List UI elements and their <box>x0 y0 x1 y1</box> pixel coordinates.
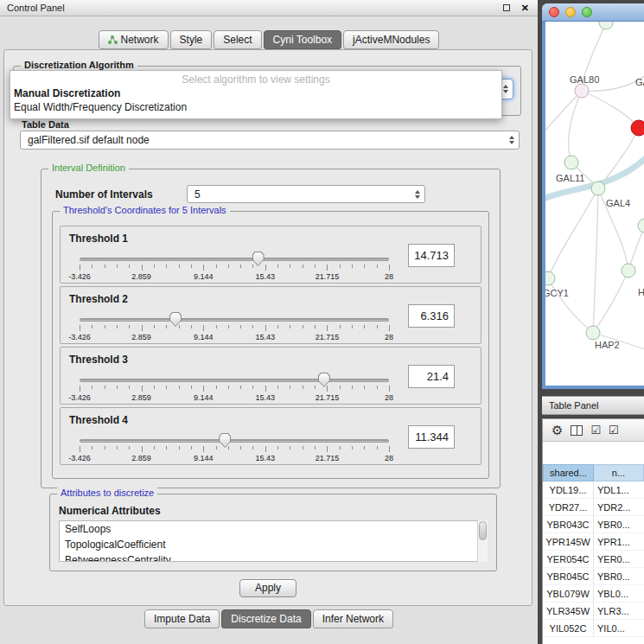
table-cell[interactable]: YLR345W <box>543 603 594 620</box>
gear-icon[interactable]: ⚙ <box>552 424 563 437</box>
table-cell[interactable]: YIL052C <box>543 620 594 637</box>
chevron-up-icon <box>509 136 514 139</box>
table-data-label: Table Data <box>22 119 69 130</box>
table-row[interactable]: YPR145WYPR1... <box>543 533 644 551</box>
table-cell[interactable]: YIL0... <box>594 620 644 637</box>
network-node[interactable] <box>638 219 644 233</box>
table-cell[interactable]: YER0... <box>594 551 644 568</box>
table-cell[interactable]: YDR2... <box>594 499 644 516</box>
table-panel-titlebar[interactable]: Table Panel <box>542 396 644 415</box>
select-none-icon[interactable]: ☑ <box>609 424 619 436</box>
close-button[interactable] <box>549 7 559 17</box>
apply-button[interactable]: Apply <box>239 579 296 597</box>
algorithm-legend: Discretization Algorithm <box>21 60 137 70</box>
table-cell[interactable]: YDR27... <box>543 499 594 516</box>
threshold-slider[interactable]: -3.4262.8599.14415.4321.71528 <box>80 251 389 284</box>
scale-tick-label: 28 <box>385 454 393 462</box>
column-header-shared-name[interactable]: shared... <box>543 464 594 481</box>
threshold-slider[interactable]: -3.4262.8599.14415.4321.71528 <box>80 311 389 344</box>
slider-track[interactable] <box>80 439 389 443</box>
threshold-slider[interactable]: -3.4262.8599.14415.4321.71528 <box>80 372 389 405</box>
tick-mark <box>92 325 92 328</box>
tab-infer-network[interactable]: Infer Network <box>313 609 393 628</box>
scrollbar[interactable] <box>477 520 488 562</box>
slider-ticks <box>80 265 389 271</box>
slider-ticks <box>80 325 389 332</box>
chevron-up-icon <box>503 85 508 88</box>
table-cell[interactable]: YBR045C <box>543 568 594 585</box>
threshold-slider[interactable]: -3.4262.8599.14415.4321.71528 <box>80 432 389 465</box>
float-window-icon[interactable] <box>503 4 510 11</box>
network-node[interactable] <box>586 326 600 340</box>
tab-style[interactable]: Style <box>170 30 213 49</box>
table-cell[interactable]: YDL1... <box>594 481 644 499</box>
tab-network[interactable]: Network <box>99 30 169 49</box>
table-row[interactable]: YER054CYER0... <box>543 551 644 568</box>
network-node-label: GA <box>635 77 644 87</box>
table-cell[interactable]: YBR043C <box>543 516 594 533</box>
network-node[interactable] <box>622 264 635 277</box>
attributes-legend: Attributes to discretize <box>57 488 157 498</box>
network-node[interactable] <box>631 120 644 136</box>
dropdown-option[interactable]: Equal Width/Frequency Discretization <box>10 100 501 114</box>
tick-mark <box>216 325 217 328</box>
table-row[interactable]: YBR043CYBR0... <box>543 516 644 533</box>
table-cell[interactable]: YBR0... <box>594 516 644 533</box>
select-all-icon[interactable]: ☑ <box>590 424 601 436</box>
network-node[interactable] <box>591 182 605 195</box>
attribute-list-item[interactable]: SelfLoops <box>60 521 487 537</box>
table-cell[interactable]: YPR145W <box>543 533 594 551</box>
scrollbar-thumb[interactable] <box>479 521 487 540</box>
tick-mark <box>142 265 143 271</box>
table-cell[interactable]: YDL19... <box>543 481 594 499</box>
table-row[interactable]: YBL079WYBL0... <box>543 585 644 603</box>
minimize-button[interactable] <box>565 7 576 17</box>
table-cell[interactable]: YBL079W <box>543 585 594 603</box>
tab-discretize-data[interactable]: Discretize Data <box>221 609 310 628</box>
tick-mark <box>228 386 229 389</box>
table-row[interactable]: YLR345WYLR3... <box>543 603 644 620</box>
tab-cyni-toolbox[interactable]: Cyni Toolbox <box>264 30 341 49</box>
tick-mark <box>377 386 378 389</box>
table-cell[interactable]: YBL0... <box>594 585 644 603</box>
network-node[interactable] <box>575 84 589 98</box>
tick-mark <box>327 446 328 452</box>
threshold-value-field[interactable]: 11.344 <box>408 425 455 449</box>
slider-track[interactable] <box>80 379 389 382</box>
dropdown-option[interactable]: Manual Discretization <box>10 86 501 100</box>
attribute-list-item[interactable]: TopologicalCoefficient <box>60 537 487 552</box>
table-cell[interactable]: YLR3... <box>594 603 644 620</box>
tab-label: Discretize Data <box>231 613 301 625</box>
tab-select[interactable]: Select <box>214 30 261 49</box>
table-row[interactable]: YBR045CYBR0... <box>543 568 644 585</box>
columns-icon[interactable] <box>571 425 583 436</box>
slider-track[interactable] <box>80 258 389 261</box>
tick-mark <box>80 265 80 271</box>
table-row[interactable]: YDR27...YDR2... <box>543 499 644 516</box>
tab-jactivemnodules[interactable]: jActiveMNodules <box>343 30 439 49</box>
threshold-label: Threshold 2 <box>69 293 128 305</box>
threshold-value-field[interactable]: 6.316 <box>408 304 455 328</box>
tab-impute-data[interactable]: Impute Data <box>144 609 220 628</box>
network-window-titlebar[interactable] <box>542 3 644 22</box>
tick-mark <box>80 325 80 331</box>
threshold-value-field[interactable]: 21.4 <box>408 365 455 388</box>
network-node[interactable] <box>564 156 578 169</box>
table-row[interactable]: YDL19...YDL1... <box>543 481 644 499</box>
close-icon[interactable]: ✕ <box>521 3 529 14</box>
numerical-attributes-list[interactable]: SelfLoopsTopologicalCoefficientBetweenne… <box>59 520 488 562</box>
zoom-button[interactable] <box>582 7 592 17</box>
slider-track[interactable] <box>80 318 389 322</box>
network-node[interactable] <box>545 271 555 285</box>
attribute-list-item[interactable]: BetweennessCentrality <box>60 552 487 562</box>
table-data-combobox[interactable]: galFiltered.sif default node <box>20 131 520 150</box>
table-cell[interactable]: YER054C <box>543 551 594 568</box>
threshold-value-field[interactable]: 14.713 <box>408 244 455 267</box>
table-cell[interactable]: YBR0... <box>594 568 644 585</box>
table-row[interactable]: YIL052CYIL0... <box>543 620 644 637</box>
table-cell[interactable]: YPR1... <box>594 533 644 551</box>
network-node[interactable] <box>599 22 613 29</box>
network-canvas[interactable]: GAL80GAGAL11GAL4GCY1HAP2H <box>545 22 644 386</box>
column-header-name[interactable]: n... <box>594 464 644 481</box>
number-of-intervals-combobox[interactable]: 5 <box>187 185 425 203</box>
